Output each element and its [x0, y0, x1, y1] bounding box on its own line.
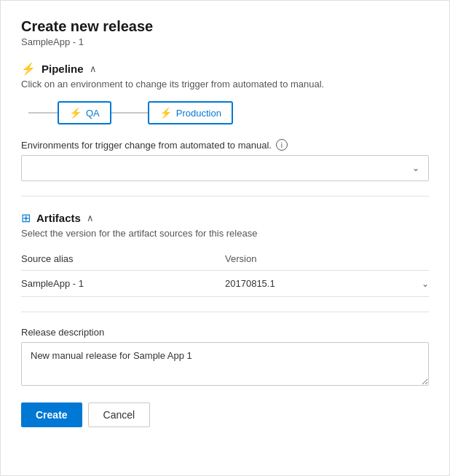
artifacts-table-header: Source alias Version	[21, 250, 429, 271]
production-node-icon: ⚡	[159, 107, 172, 119]
create-button[interactable]: Create	[21, 402, 82, 427]
production-node-label: Production	[176, 108, 221, 119]
artifacts-section-header: ⊞ Artifacts ∧	[21, 211, 429, 225]
artifacts-toggle[interactable]: ∧	[87, 213, 94, 223]
pipeline-node-production[interactable]: ⚡ Production	[148, 101, 233, 124]
artifacts-section-title: Artifacts	[36, 212, 81, 224]
release-desc-label: Release description	[21, 327, 429, 338]
env-label: Environments for trigger change from aut…	[21, 139, 429, 151]
env-dropdown[interactable]: ⌄	[21, 155, 429, 181]
section-divider-1	[21, 196, 429, 197]
pipeline-node-qa[interactable]: ⚡ QA	[58, 101, 111, 124]
qa-node-icon: ⚡	[69, 107, 82, 119]
env-dropdown-chevron: ⌄	[412, 163, 419, 173]
pipeline-section-header: ⚡ Pipeline ∧	[21, 62, 429, 76]
pipeline-connector	[111, 112, 148, 114]
qa-node-label: QA	[86, 108, 100, 119]
pipeline-icon: ⚡	[21, 62, 36, 76]
artifact-version-value: 20170815.1	[225, 278, 275, 289]
artifact-alias: SampleApp - 1	[21, 278, 225, 289]
pipeline-line-left	[28, 112, 58, 114]
pipeline-description: Click on an environment to change its tr…	[21, 79, 429, 90]
artifact-version[interactable]: 20170815.1 ⌄	[225, 278, 429, 289]
artifacts-description: Select the version for the artifact sour…	[21, 228, 429, 239]
col-header-alias: Source alias	[21, 253, 225, 264]
button-row: Create Cancel	[21, 402, 429, 427]
release-desc-textarea[interactable]: New manual release for Sample App 1	[21, 342, 429, 386]
section-divider-2	[21, 312, 429, 312]
panel-title: Create new release	[21, 18, 429, 35]
env-info-icon[interactable]: i	[276, 139, 288, 151]
col-header-version: Version	[225, 253, 429, 264]
pipeline-section-title: Pipeline	[42, 63, 84, 75]
pipeline-toggle[interactable]: ∧	[90, 63, 97, 74]
table-row: SampleApp - 1 20170815.1 ⌄	[21, 271, 429, 297]
artifacts-table: Source alias Version SampleApp - 1 20170…	[21, 250, 429, 297]
panel-subtitle: SampleApp - 1	[21, 36, 429, 47]
cancel-button[interactable]: Cancel	[88, 402, 151, 427]
env-label-text: Environments for trigger change from aut…	[21, 140, 272, 151]
artifacts-icon: ⊞	[21, 211, 31, 225]
version-chevron[interactable]: ⌄	[422, 279, 429, 289]
create-release-panel: Create new release SampleApp - 1 ⚡ Pipel…	[0, 0, 450, 476]
pipeline-track: ⚡ QA ⚡ Production	[21, 101, 429, 124]
